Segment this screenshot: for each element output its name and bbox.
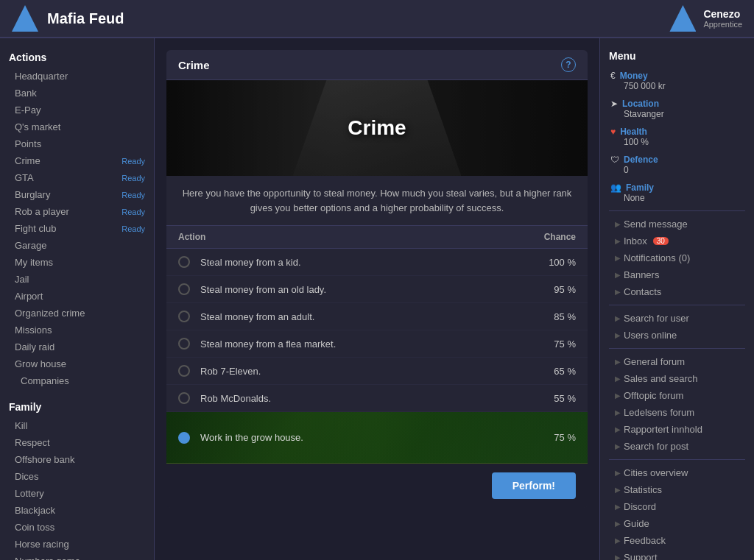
health-label: Health: [620, 127, 647, 137]
sidebar-item-horse-racing[interactable]: Horse racing: [0, 536, 154, 553]
arrow-icon: ▶: [615, 288, 621, 296]
arrow-icon: ▶: [615, 358, 621, 366]
crime-radio-5[interactable]: [178, 365, 190, 377]
crime-action-row[interactable]: Steal money from an old lady. 95 %: [166, 276, 588, 303]
sidebar-item-epay[interactable]: E-Pay: [0, 102, 154, 118]
sidebar-item-crime[interactable]: CrimeReady: [0, 152, 154, 169]
stat-family: 👥 Family None: [600, 180, 754, 206]
arrow-icon: ▶: [615, 237, 621, 245]
crime-action-name-7: Work in the grow house.: [200, 432, 554, 443]
sidebar-item-qs-market[interactable]: Q's market: [0, 118, 154, 135]
sidebar-title: Actions: [0, 44, 154, 68]
crime-radio-2[interactable]: [178, 283, 190, 295]
sidebar-item-burglary[interactable]: BurglaryReady: [0, 186, 154, 203]
health-value: 100 %: [610, 137, 745, 147]
money-label: Money: [620, 71, 648, 81]
arrow-icon: ▶: [615, 331, 621, 339]
statistics-label: Statistics: [624, 484, 662, 495]
stat-defence: 🛡 Defence 0: [600, 152, 754, 178]
defence-value: 0: [610, 165, 745, 175]
perform-button[interactable]: Perform!: [492, 472, 576, 499]
menu-link-users-online[interactable]: ▶ Users online: [600, 327, 754, 344]
menu-link-sales-search[interactable]: ▶ Sales and search: [600, 370, 754, 387]
crime-action-row[interactable]: Rob McDonalds. 55 %: [166, 385, 588, 412]
sidebar-item-fight-club[interactable]: Fight clubReady: [0, 220, 154, 237]
menu-link-offtopic[interactable]: ▶ Offtopic forum: [600, 387, 754, 404]
divider-2: [609, 305, 745, 305]
sidebar-item-coin-toss[interactable]: Coin toss: [0, 519, 154, 536]
menu-link-inbox[interactable]: ▶ Inbox 30: [600, 233, 754, 249]
crime-action-row[interactable]: Steal money from an adult. 85 %: [166, 303, 588, 330]
menu-link-search-user[interactable]: ▶ Search for user: [600, 310, 754, 327]
sidebar-item-bank[interactable]: Bank: [0, 85, 154, 102]
menu-link-general-forum[interactable]: ▶ General forum: [600, 353, 754, 370]
sidebar-item-dices[interactable]: Dices: [0, 468, 154, 485]
defence-icon: 🛡: [610, 155, 619, 165]
sidebar-item-organized-crime[interactable]: Organized crime: [0, 305, 154, 322]
menu-link-contacts[interactable]: ▶ Contacts: [600, 283, 754, 300]
crime-radio-3[interactable]: [178, 311, 190, 322]
main-content: Crime ? Crime Here you have the opportun…: [155, 38, 599, 560]
sidebar-item-respect[interactable]: Respect: [0, 434, 154, 451]
arrow-icon: ▶: [615, 536, 621, 545]
sidebar-item-airport[interactable]: Airport: [0, 288, 154, 305]
crime-action-row[interactable]: Steal money from a kid. 100 %: [166, 249, 588, 276]
sidebar-item-gta[interactable]: GTAReady: [0, 169, 154, 186]
sidebar-item-grow-house[interactable]: Grow house: [0, 355, 154, 372]
sidebar-item-offshore-bank[interactable]: Offshore bank: [0, 451, 154, 468]
sidebar-item-jail[interactable]: Jail: [0, 271, 154, 288]
rapportert-label: Rapportert innhold: [624, 424, 702, 435]
menu-link-statistics[interactable]: ▶ Statistics: [600, 481, 754, 498]
crime-radio-7[interactable]: [178, 432, 190, 444]
menu-link-discord[interactable]: ▶ Discord: [600, 498, 754, 515]
sidebar-item-kill[interactable]: Kill: [0, 417, 154, 434]
inbox-badge: 30: [653, 237, 669, 245]
menu-link-rapportert[interactable]: ▶ Rapportert innhold: [600, 421, 754, 438]
crime-image-title-text: Crime: [348, 116, 406, 140]
sidebar-item-lottery[interactable]: Lottery: [0, 485, 154, 502]
sidebar-item-blackjack[interactable]: Blackjack: [0, 502, 154, 519]
arrow-icon: ▶: [615, 553, 621, 560]
divider-4: [609, 459, 745, 460]
crime-action-row-highlight[interactable]: Work in the grow house. 75 %: [166, 412, 588, 464]
menu-link-feedback[interactable]: ▶ Feedback: [600, 532, 754, 549]
location-value: Stavanger: [610, 109, 745, 119]
help-icon[interactable]: ?: [561, 57, 576, 72]
sales-search-label: Sales and search: [624, 373, 697, 384]
sidebar-item-headquarter[interactable]: Headquarter: [0, 68, 154, 85]
search-user-label: Search for user: [624, 313, 689, 324]
menu-link-support[interactable]: ▶ Support: [600, 549, 754, 560]
users-online-label: Users online: [624, 330, 677, 341]
menu-link-send-message[interactable]: ▶ Send message: [600, 216, 754, 233]
crime-action-row[interactable]: Rob 7-Eleven. 65 %: [166, 358, 588, 385]
ledelsens-label: Ledelsens forum: [624, 407, 694, 418]
crime-radio-4[interactable]: [178, 338, 190, 350]
sidebar-item-numbers-game[interactable]: Numbers game: [0, 553, 154, 560]
menu-link-cities[interactable]: ▶ Cities overview: [600, 464, 754, 481]
menu-link-guide[interactable]: ▶ Guide: [600, 515, 754, 532]
right-menu-title: Menu: [600, 44, 754, 68]
arrow-icon: ▶: [615, 486, 621, 494]
crime-radio-1[interactable]: [178, 256, 190, 268]
sidebar-item-missions[interactable]: Missions: [0, 322, 154, 339]
arrow-icon: ▶: [615, 391, 621, 400]
left-sidebar: Actions Headquarter Bank E-Pay Q's marke…: [0, 38, 155, 560]
divider-1: [609, 210, 745, 211]
crime-action-row[interactable]: Steal money from a flea market. 75 %: [166, 330, 588, 358]
location-label: Location: [622, 99, 659, 109]
crime-image: Crime: [166, 80, 588, 176]
col-action-label: Action: [178, 232, 205, 242]
menu-link-search-post[interactable]: ▶ Search for post: [600, 438, 754, 455]
sidebar-item-daily-raid[interactable]: Daily raid: [0, 339, 154, 355]
sidebar-item-companies[interactable]: Companies: [0, 372, 154, 389]
menu-link-banners[interactable]: ▶ Banners: [600, 266, 754, 283]
sidebar-item-garage[interactable]: Garage: [0, 237, 154, 254]
menu-link-ledelsens[interactable]: ▶ Ledelsens forum: [600, 404, 754, 421]
sidebar-item-points[interactable]: Points: [0, 135, 154, 152]
sidebar-item-my-items[interactable]: My items: [0, 254, 154, 271]
crime-radio-6[interactable]: [178, 392, 190, 404]
arrow-icon: ▶: [615, 408, 621, 417]
menu-link-notifications[interactable]: ▶ Notifications (0): [600, 249, 754, 266]
arrow-icon: ▶: [615, 220, 621, 228]
sidebar-item-rob-player[interactable]: Rob a playerReady: [0, 203, 154, 220]
